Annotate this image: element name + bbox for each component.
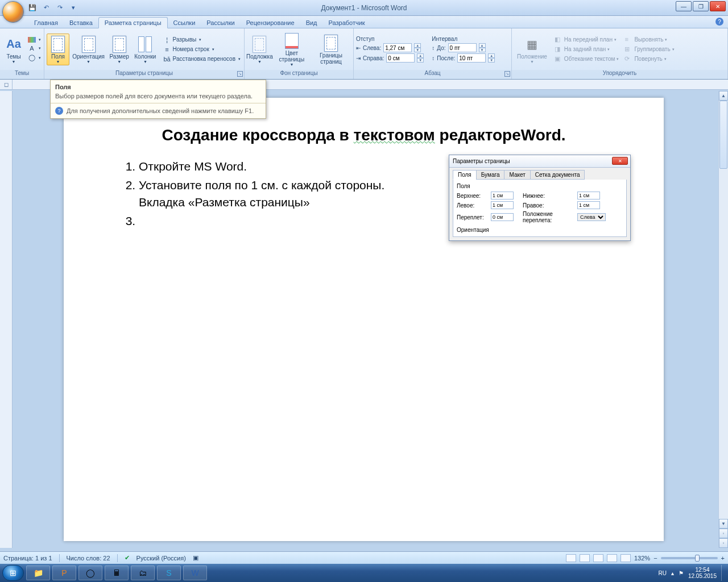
view-print-layout[interactable] [566,554,576,562]
document-title: Создание кроссворда в текстовом редактор… [104,126,624,144]
dlg-top-input[interactable] [491,192,514,199]
scroll-thumb[interactable] [719,101,727,169]
orientation-icon [80,35,98,53]
spin-up[interactable]: ▲ [414,43,421,48]
start-button[interactable]: ⊞ [2,565,24,581]
margins-button[interactable]: Поля▼ [47,34,69,65]
taskbar-skype[interactable]: S [157,566,181,580]
status-words[interactable]: Число слов: 22 [67,555,110,562]
tab-insert[interactable]: Вставка [64,18,98,28]
dlg-right-input[interactable] [577,201,600,209]
dlg-gutter-input[interactable] [491,213,514,221]
effects-icon: ◯ [28,54,36,62]
theme-fonts-button[interactable]: A▾ [27,44,42,53]
view-draft[interactable] [621,554,631,562]
redo-icon[interactable]: ↷ [55,3,65,13]
dlg-tab-grid[interactable]: Сетка документа [530,170,585,180]
tab-view[interactable]: Вид [300,18,323,28]
columns-button[interactable]: Колонки▼ [133,34,158,65]
spacing-after-input[interactable] [457,53,486,63]
vertical-ruler[interactable] [0,91,13,548]
vertical-scrollbar[interactable]: ▲ ▼ ◦ ◦ [718,91,728,548]
dlg-tab-layout[interactable]: Макет [504,170,530,180]
taskbar-explorer[interactable]: 📁 [26,566,50,580]
office-button[interactable] [2,1,24,23]
window-titlebar: 💾 ↶ ↷ ▾ Документ1 - Microsoft Word — ❐ ✕ [0,0,728,16]
status-language[interactable]: Русский (Россия) [136,555,186,562]
view-web-layout[interactable] [593,554,603,562]
taskbar-chrome[interactable]: ◯ [78,566,102,580]
dialog-close-button[interactable]: ✕ [612,157,628,165]
zoom-percent[interactable]: 132% [634,555,650,562]
page-borders-button[interactable]: Границы страниц [311,32,351,66]
taskbar-powerpoint[interactable]: P [52,566,76,580]
dlg-bottom-input[interactable] [577,192,600,199]
prev-page-button[interactable]: ◦ [719,529,728,538]
paragraph-dialog-launcher[interactable]: ↘ [504,71,510,77]
close-button[interactable]: ✕ [710,1,726,11]
tab-mailings[interactable]: Рассылки [201,18,240,28]
scroll-down-button[interactable]: ▼ [719,519,728,529]
theme-colors-button[interactable]: ▾ [27,36,42,43]
zoom-slider[interactable] [661,557,718,559]
tab-references[interactable]: Ссылки [168,18,201,28]
scroll-up-button[interactable]: ▲ [719,91,728,101]
colors-icon [28,37,36,43]
tray-show-hidden-icon[interactable]: ▴ [671,570,674,576]
indent-right-input[interactable] [386,53,415,63]
taskbar-word[interactable]: W [183,566,207,580]
indent-left-input[interactable] [383,43,412,52]
tray-flag-icon[interactable]: ⚑ [679,570,684,576]
position-button[interactable]: ▦Положение▼ [514,34,550,65]
dlg-left-input[interactable] [491,201,514,209]
theme-effects-button[interactable]: ◯▾ [27,53,42,63]
save-icon[interactable]: 💾 [27,3,38,13]
tray-lang[interactable]: RU [658,570,666,576]
breaks-button[interactable]: ¦Разрывы▾ [162,35,242,44]
zoom-out-button[interactable]: − [653,555,657,562]
group-paragraph-label: Абзац↘ [354,70,511,79]
watermark-button[interactable]: Подложка▼ [247,34,272,65]
taskbar-explorer2[interactable]: 🗂 [131,566,155,580]
tab-review[interactable]: Рецензирование [241,18,300,28]
maximize-button[interactable]: ❐ [693,1,709,11]
spin-down[interactable]: ▼ [417,58,424,63]
tab-developer[interactable]: Разработчик [323,18,371,28]
page-setup-dialog-launcher[interactable]: ↘ [237,71,243,77]
qat-customize-icon[interactable]: ▾ [68,3,78,13]
dlg-gutpos-select[interactable]: Слева [577,213,606,221]
hyphenation-button[interactable]: bāРасстановка переносов▾ [162,55,242,64]
status-page[interactable]: Страница: 1 из 1 [3,555,52,562]
undo-icon[interactable]: ↶ [41,3,51,13]
orientation-button[interactable]: Ориентация▼ [71,34,106,65]
show-desktop-button[interactable] [721,565,726,581]
minimize-button[interactable]: — [676,1,692,11]
tab-page-layout[interactable]: Разметка страницы [98,17,168,28]
help-button[interactable]: ? [715,18,723,26]
zoom-in-button[interactable]: + [721,555,725,562]
spin-up[interactable]: ▲ [479,43,486,48]
view-outline[interactable] [607,554,617,562]
tab-home[interactable]: Главная [28,18,64,28]
proofing-icon[interactable]: ✔ [125,554,130,562]
spin-down[interactable]: ▼ [479,48,486,52]
spin-up[interactable]: ▲ [417,53,424,58]
spin-down[interactable]: ▼ [488,58,495,63]
zoom-thumb[interactable] [695,555,700,562]
spin-up[interactable]: ▲ [488,53,495,58]
tray-clock[interactable]: 12:5412.05.2015 [688,567,717,579]
spacing-before-input[interactable] [448,43,477,52]
themes-button[interactable]: Aa Темы▼ [2,34,25,65]
view-full-screen[interactable] [580,554,590,562]
line-numbers-button[interactable]: ≡Номера строк▾ [162,45,242,54]
size-button[interactable]: Размер▼ [107,34,131,65]
next-page-button[interactable]: ◦ [719,538,728,548]
document-area[interactable]: Создание кроссворда в текстовом редактор… [13,91,728,548]
macro-record-icon[interactable]: ▣ [193,554,198,562]
dlg-tab-margins[interactable]: Поля [453,170,477,180]
taskbar-calculator[interactable]: 🖩 [105,566,129,580]
ruler-toggle[interactable]: ◻ [0,80,13,90]
page-color-button[interactable]: Цвет страницы▼ [274,30,309,68]
dlg-tab-paper[interactable]: Бумага [476,170,505,180]
spin-down[interactable]: ▼ [414,48,421,52]
